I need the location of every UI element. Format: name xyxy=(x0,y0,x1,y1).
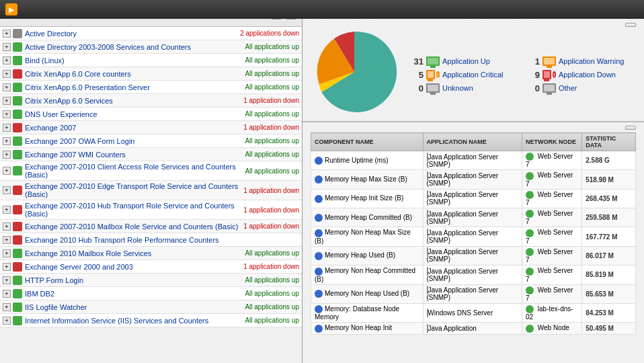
list-item[interactable]: +Citrix XenApp 6.0 Core countersAll appl… xyxy=(0,67,302,81)
app-status-icon xyxy=(13,150,22,159)
expand-button[interactable]: + xyxy=(3,97,11,105)
stat-row-other: 0 Other xyxy=(528,83,636,93)
table-row[interactable]: Memory Non Heap Init Java Application We… xyxy=(311,323,636,334)
list-item[interactable]: +Exchange 2007 WMI CountersAll applicati… xyxy=(0,148,302,161)
list-item[interactable]: +Exchange 2007-2010 Edge Transport Role … xyxy=(0,181,302,200)
statistic-value-cell: 518.98 M xyxy=(582,170,636,189)
app-name-label[interactable]: Bind (Linux) xyxy=(25,56,245,65)
app-name-cell: Java Application Server (SNMP) xyxy=(423,266,522,284)
app-status-icon xyxy=(13,235,22,245)
list-item[interactable]: +Citrix XenApp 6.0 Presentation ServerAl… xyxy=(0,81,302,94)
table-row[interactable]: Memory Heap Committed (B) Java Applicati… xyxy=(311,208,636,227)
expand-button[interactable]: + xyxy=(3,70,11,78)
expand-button[interactable]: + xyxy=(3,249,11,257)
app-status-text: All applications up xyxy=(245,137,299,145)
network-node-cell: Web Server 7 xyxy=(522,151,582,170)
list-item[interactable]: +HTTP Form LoginAll applications up xyxy=(0,274,302,287)
stat-count-unknown: 0 xyxy=(411,83,424,93)
app-name-label[interactable]: Citrix XenApp 6.0 Services xyxy=(25,97,243,105)
app-name-label[interactable]: IIS Logfile Watcher xyxy=(25,303,245,311)
list-item[interactable]: +Exchange 2007 OWA Form LoginAll applica… xyxy=(0,134,302,148)
component-dot-icon xyxy=(315,157,323,165)
app-name-label[interactable]: HTTP Form Login xyxy=(25,276,245,284)
app-name-label[interactable]: Exchange Server 2000 and 2003 xyxy=(25,263,243,271)
expand-button[interactable]: + xyxy=(3,276,11,284)
stat-label-critical: Application Critical xyxy=(442,71,503,79)
app-name-label[interactable]: Active Directory 2003-2008 Services and … xyxy=(25,43,245,51)
expand-button[interactable]: + xyxy=(3,167,11,175)
expand-button[interactable]: + xyxy=(3,110,11,118)
app-name-label[interactable]: Exchange 2007 OWA Form Login xyxy=(25,137,245,145)
app-status-text: All applications up xyxy=(245,43,299,50)
app-name-cell: Java Application Server (SNMP) xyxy=(423,227,522,246)
app-name-label[interactable]: DNS User Experience xyxy=(25,110,245,118)
expand-button[interactable]: + xyxy=(3,263,11,271)
app-name-label[interactable]: Citrix XenApp 6.0 Presentation Server xyxy=(25,83,245,91)
node-status-icon xyxy=(526,248,534,256)
app-name-label[interactable]: Exchange 2007-2010 Mailbox Role Service … xyxy=(25,223,243,231)
list-item[interactable]: +DNS User ExperienceAll applications up xyxy=(0,108,302,121)
list-item[interactable]: +Exchange 2010 Mailbox Role ServicesAll … xyxy=(0,247,302,260)
expand-button[interactable]: + xyxy=(3,43,11,51)
app-name-label[interactable]: Citrix XenApp 6.0 Core counters xyxy=(25,70,245,78)
table-row[interactable]: Runtime Uptime (ms) Java Application Ser… xyxy=(311,151,636,170)
app-name-label[interactable]: IBM DB2 xyxy=(25,290,245,298)
table-row[interactable]: Memory Non Heap Committed (B) Java Appli… xyxy=(311,266,636,284)
expand-button[interactable]: + xyxy=(3,317,11,325)
list-item[interactable]: +Exchange 2010 Hub Transport Role Perfor… xyxy=(0,233,302,247)
network-node-cell: Web Server 7 xyxy=(522,284,582,303)
app-name-label[interactable]: Exchange 2010 Hub Transport Role Perform… xyxy=(25,236,299,244)
expand-button[interactable]: + xyxy=(3,56,11,65)
app-name-label[interactable]: Exchange 2007 xyxy=(25,124,243,132)
left-help-button[interactable] xyxy=(286,19,296,19)
expand-button[interactable]: + xyxy=(3,236,11,244)
statistic-value-cell: 84.253 M xyxy=(582,303,636,322)
components-tbody: Runtime Uptime (ms) Java Application Ser… xyxy=(311,151,636,335)
left-header xyxy=(0,19,302,27)
expand-button[interactable]: + xyxy=(3,137,11,145)
list-item[interactable]: +Bind (Linux)All applications up xyxy=(0,54,302,67)
table-row[interactable]: Memory Heap Max Size (B) Java Applicatio… xyxy=(311,170,636,189)
stat-row-critical: 5 ! Application Critical xyxy=(411,69,520,80)
expand-button[interactable]: + xyxy=(3,290,11,298)
expand-button[interactable]: + xyxy=(3,223,11,231)
list-item[interactable]: +Exchange 20071 application down xyxy=(0,121,302,134)
list-item[interactable]: +Exchange 2007-2010 Mailbox Role Service… xyxy=(0,220,302,233)
expand-button[interactable]: + xyxy=(3,151,11,159)
list-item[interactable]: +Exchange 2007-2010 Hub Transport Role S… xyxy=(0,200,302,220)
list-item[interactable]: +Exchange Server 2000 and 20031 applicat… xyxy=(0,260,302,274)
network-node-cell: Web Server 7 xyxy=(522,189,582,208)
app-name-label[interactable]: Exchange 2010 Mailbox Role Services xyxy=(25,249,245,257)
table-row[interactable]: Memory: Database Node Memory Windows DNS… xyxy=(311,303,636,322)
list-item[interactable]: +IIS Logfile WatcherAll applications up xyxy=(0,300,302,314)
component-name-cell: Memory Heap Max Size (B) xyxy=(311,170,424,189)
list-item[interactable]: +Active Directory 2003-2008 Services and… xyxy=(0,40,302,54)
expand-button[interactable]: + xyxy=(3,206,11,214)
table-row[interactable]: Memory Heap Used (B) Java Application Se… xyxy=(311,246,636,265)
list-item[interactable]: +IBM DB2All applications up xyxy=(0,287,302,300)
list-item[interactable]: +Citrix XenApp 6.0 Services1 application… xyxy=(0,94,302,108)
table-wrapper[interactable]: COMPONENT NAME APPLICATION NAME NETWORK … xyxy=(311,132,636,359)
manage-applications-button[interactable] xyxy=(271,19,282,19)
list-item[interactable]: +Exchange 2007-2010 Client Access Role S… xyxy=(0,161,302,181)
app-name-label[interactable]: Exchange 2007 WMI Counters xyxy=(25,151,245,159)
node-status-icon xyxy=(526,229,534,237)
top10-help-button[interactable] xyxy=(625,126,636,130)
table-row[interactable]: Memory Non Heap Max Size (B) Java Applic… xyxy=(311,227,636,246)
app-name-label[interactable]: Exchange 2007-2010 Hub Transport Role Se… xyxy=(25,202,243,218)
app-name-label[interactable]: Internet Information Service (IIS) Servi… xyxy=(25,317,245,325)
app-name-label[interactable]: Exchange 2007-2010 Client Access Role Se… xyxy=(25,163,245,179)
expand-button[interactable]: + xyxy=(3,124,11,132)
list-item[interactable]: +Active Directory2 applications down xyxy=(0,27,302,40)
expand-button[interactable]: + xyxy=(3,186,11,194)
table-row[interactable]: Memory Heap Init Size (B) Java Applicati… xyxy=(311,189,636,208)
expand-button[interactable]: + xyxy=(3,83,11,91)
app-name-label[interactable]: Exchange 2007-2010 Edge Transport Role S… xyxy=(25,182,243,198)
app-icon xyxy=(427,247,428,256)
health-help-button[interactable] xyxy=(625,23,636,27)
expand-button[interactable]: + xyxy=(3,30,11,38)
app-name-label[interactable]: Active Directory xyxy=(25,30,240,38)
expand-button[interactable]: + xyxy=(3,303,11,311)
list-item[interactable]: +Internet Information Service (IIS) Serv… xyxy=(0,314,302,327)
table-row[interactable]: Memory Non Heap Used (B) Java Applicatio… xyxy=(311,284,636,303)
